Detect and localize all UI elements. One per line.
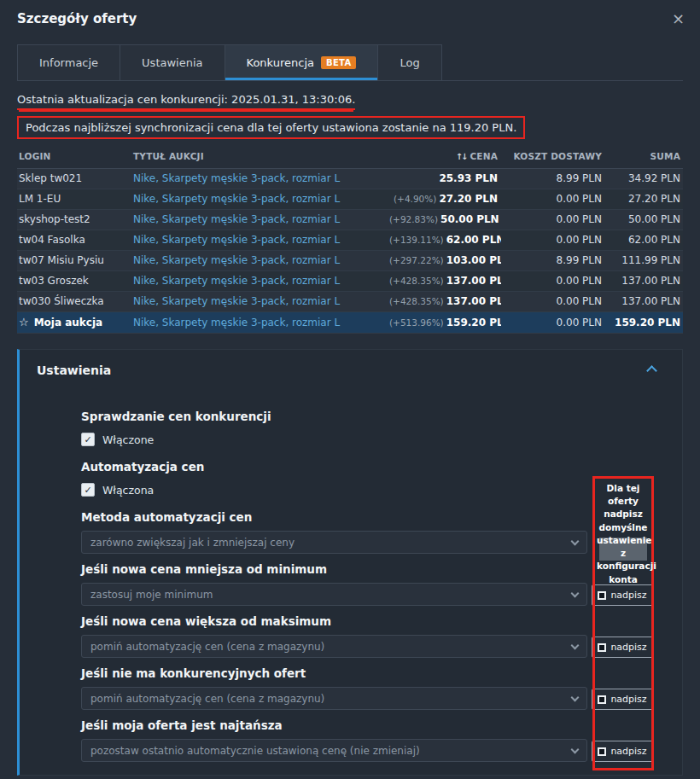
auction-title-link[interactable]: Nike, Skarpety męskie 3-pack, rozmiar L bbox=[133, 254, 340, 266]
sum-value: 62.00 PLN bbox=[605, 230, 683, 251]
notices: Ostatnia aktualizacja cen konkurencji: 2… bbox=[17, 93, 683, 139]
seller-login: ☆Moja aukcja bbox=[17, 312, 130, 334]
field-label: Metoda automatyzacji cen bbox=[81, 510, 587, 524]
sum-value: 27.20 PLN bbox=[605, 189, 683, 210]
checkbox-checked-icon[interactable]: ✓ bbox=[81, 483, 95, 497]
select-value: pomiń automatyzację cen (cena z magazynu… bbox=[90, 693, 324, 705]
star-icon: ☆ bbox=[19, 316, 29, 328]
auction-title-link[interactable]: Nike, Skarpety męskie 3-pack, rozmiar L bbox=[133, 295, 340, 307]
override-cell: nadpisz bbox=[592, 739, 652, 762]
collapse-button[interactable] bbox=[645, 364, 658, 377]
sum-value: 50.00 PLN bbox=[605, 210, 683, 230]
chevron-down-icon bbox=[571, 538, 580, 546]
auction-title-link[interactable]: Nike, Skarpety męskie 3-pack, rozmiar L bbox=[133, 213, 340, 225]
auction-title-link[interactable]: Nike, Skarpety męskie 3-pack, rozmiar L bbox=[133, 234, 340, 246]
delivery-cost: 0.00 PLN bbox=[501, 292, 605, 312]
col-login[interactable]: LOGIN bbox=[17, 146, 130, 169]
col-sum[interactable]: SUMA bbox=[605, 146, 683, 169]
settings-panel: Ustawienia Sprawdzanie cen konkurencji✓W… bbox=[17, 349, 683, 776]
tab-informacje[interactable]: Informacje bbox=[17, 44, 120, 80]
tab-konkurencja[interactable]: KonkurencjaBETA bbox=[225, 44, 379, 80]
field-label: Jeśli nie ma konkurencyjnych ofert bbox=[81, 666, 587, 680]
auction-title-link[interactable]: Nike, Skarpety męskie 3-pack, rozmiar L bbox=[133, 275, 340, 287]
toggle-checkbox-label: Włączona bbox=[102, 484, 154, 497]
seller-login: tw030 Śliweczka bbox=[17, 292, 130, 312]
chevron-down-icon bbox=[571, 590, 580, 598]
sum-value: 111.99 PLN bbox=[605, 251, 683, 271]
tab-ustawienia[interactable]: Ustawienia bbox=[120, 44, 225, 80]
col-price-label: CENA bbox=[470, 151, 498, 161]
col-price[interactable]: ↑↓CENA bbox=[386, 146, 501, 169]
price-value: 27.20 PLN bbox=[439, 193, 498, 205]
settings-toggles: Sprawdzanie cen konkurencji✓WłączoneAuto… bbox=[81, 410, 682, 497]
settings-fields: Metoda automatyzacji cenzarówno zwiększa… bbox=[81, 510, 682, 762]
auction-title-link[interactable]: Nike, Skarpety męskie 3-pack, rozmiar L bbox=[133, 193, 340, 205]
col-delivery[interactable]: KOSZT DOSTAWY bbox=[501, 146, 605, 169]
price-percent: (+428.35%) bbox=[389, 276, 444, 286]
checkbox-unchecked-icon[interactable] bbox=[598, 695, 606, 704]
override-checkbox[interactable]: nadpisz bbox=[592, 584, 652, 606]
settings-panel-header: Ustawienia bbox=[20, 350, 682, 377]
chevron-up-icon bbox=[646, 365, 657, 376]
checkbox-unchecked-icon[interactable] bbox=[598, 591, 606, 600]
delivery-cost: 0.00 PLN bbox=[501, 230, 605, 251]
table-header-row: LOGIN TYTUŁ AUKCJI ↑↓CENA KOSZT DOSTAWY … bbox=[17, 146, 683, 169]
override-checkbox[interactable]: nadpisz bbox=[592, 637, 652, 658]
checkbox-unchecked-icon[interactable] bbox=[598, 643, 606, 652]
table-row-my-auction: ☆Moja aukcjaNike, Skarpety męskie 3-pack… bbox=[17, 312, 683, 334]
field-row: Metoda automatyzacji cenzarówno zwiększa… bbox=[81, 510, 682, 554]
field-select[interactable]: zastosuj moje minimum bbox=[81, 583, 587, 606]
field-row: Jeśli nowa cena większa od maksimumpomiń… bbox=[81, 614, 682, 658]
override-label: nadpisz bbox=[610, 746, 646, 757]
field-select[interactable]: pomiń automatyzację cen (cena z magazynu… bbox=[81, 635, 587, 658]
tab-label: Log bbox=[400, 56, 419, 69]
checkbox-checked-icon[interactable]: ✓ bbox=[81, 433, 95, 446]
field-select[interactable]: pomiń automatyzację cen (cena z magazynu… bbox=[81, 687, 587, 710]
table-row: Sklep tw021Nike, Skarpety męskie 3-pack,… bbox=[17, 169, 683, 189]
auction-title-link[interactable]: Nike, Skarpety męskie 3-pack, rozmiar L bbox=[133, 317, 340, 328]
field-row: Jeśli nie ma konkurencyjnych ofertpomiń … bbox=[81, 666, 682, 710]
override-label: nadpisz bbox=[610, 694, 646, 705]
toggle-group: Sprawdzanie cen konkurencji✓Włączone bbox=[81, 410, 682, 446]
close-icon[interactable]: × bbox=[672, 11, 685, 26]
chevron-down-icon bbox=[571, 746, 580, 754]
field-row: Jeśli nowa cena mniejsza od minimumzasto… bbox=[81, 562, 682, 606]
delivery-cost: 0.00 PLN bbox=[501, 210, 605, 230]
table-row: tw04 FasolkaNike, Skarpety męskie 3-pack… bbox=[17, 230, 683, 251]
select-value: pomiń automatyzację cen (cena z magazynu… bbox=[90, 641, 324, 653]
seller-login: Sklep tw021 bbox=[17, 169, 130, 189]
sort-icon[interactable]: ↑↓ bbox=[456, 152, 467, 161]
competition-table: LOGIN TYTUŁ AUKCJI ↑↓CENA KOSZT DOSTAWY … bbox=[17, 146, 683, 334]
tab-log[interactable]: Log bbox=[378, 44, 441, 80]
override-label: nadpisz bbox=[610, 590, 646, 601]
override-checkbox[interactable]: nadpisz bbox=[592, 689, 652, 710]
toggle-group-label: Sprawdzanie cen konkurencji bbox=[81, 410, 682, 423]
toggle-group: Automatyzacja cen✓Włączona bbox=[81, 460, 682, 497]
toggle-group-label: Automatyzacja cen bbox=[81, 460, 682, 474]
override-checkbox[interactable]: nadpisz bbox=[592, 741, 652, 762]
auction-title-link[interactable]: Nike, Skarpety męskie 3-pack, rozmiar L bbox=[133, 172, 340, 184]
table-row: tw07 Misiu PysiuNike, Skarpety męskie 3-… bbox=[17, 251, 683, 271]
sum-value: 137.00 PLN bbox=[605, 292, 683, 312]
checkbox-unchecked-icon[interactable] bbox=[598, 747, 606, 756]
field-select[interactable]: zarówno zwiększaj jak i zmniejszaj ceny bbox=[81, 531, 587, 554]
price-percent: (+139.11%) bbox=[389, 235, 444, 245]
price-value: 137.00 PLN bbox=[446, 295, 501, 307]
toggle-checkbox-row[interactable]: ✓Włączone bbox=[81, 433, 682, 446]
delivery-cost: 0.00 PLN bbox=[501, 271, 605, 292]
field-row: Jeśli moja oferta jest najtańszapozostaw… bbox=[81, 718, 682, 762]
col-title[interactable]: TYTUŁ AUKCJI bbox=[130, 146, 386, 169]
select-value: zarówno zwiększaj jak i zmniejszaj ceny bbox=[90, 537, 295, 549]
sync-forecast-text: Podczas najbliższej synchronizacji cena … bbox=[17, 116, 525, 139]
field-select[interactable]: pozostaw ostatnio automatycznie ustawion… bbox=[81, 739, 587, 762]
toggle-checkbox-label: Włączone bbox=[102, 433, 154, 446]
delivery-cost: 0.00 PLN bbox=[501, 189, 605, 210]
field-label: Jeśli nowa cena mniejsza od minimum bbox=[81, 562, 587, 576]
price-value: 159.20 PLN bbox=[446, 317, 501, 328]
sum-value: 159.20 PLN bbox=[605, 312, 683, 334]
beta-badge: BETA bbox=[321, 56, 356, 69]
toggle-checkbox-row[interactable]: ✓Włączona bbox=[81, 483, 682, 497]
override-cell: nadpisz bbox=[592, 583, 652, 606]
last-update-line: Ostatnia aktualizacja cen konkurencji: 2… bbox=[17, 93, 683, 110]
override-cell bbox=[592, 531, 652, 554]
